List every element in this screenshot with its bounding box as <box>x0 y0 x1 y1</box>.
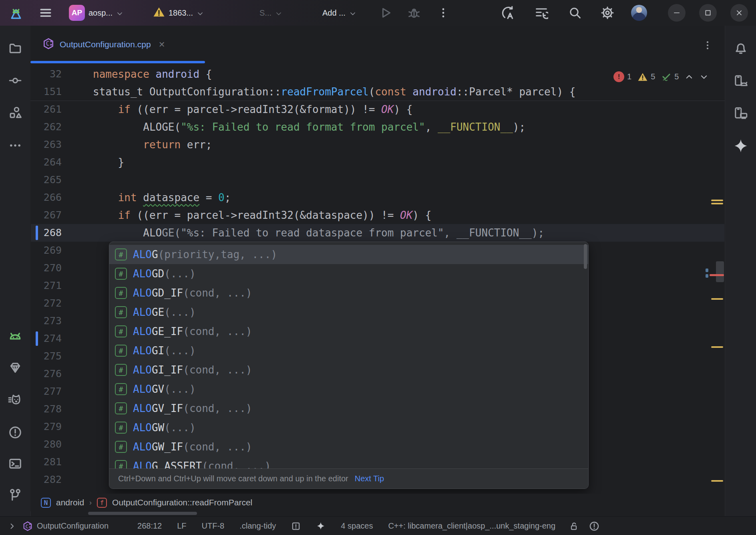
warning-count[interactable]: 5 <box>637 72 655 82</box>
structure-shapes-icon[interactable] <box>8 106 22 119</box>
window-minimize-button[interactable] <box>668 0 686 26</box>
completion-item[interactable]: #ALOGV_IF(cond, ...) <box>109 399 588 418</box>
completion-item[interactable]: #ALOGI(...) <box>109 341 588 360</box>
line-ending[interactable]: LF <box>177 521 186 531</box>
line-number[interactable]: 264 <box>30 153 62 171</box>
settings-gear-icon[interactable] <box>601 0 614 26</box>
search-everywhere-icon[interactable] <box>569 0 581 26</box>
vcs-warnings-widget[interactable]: 1863... <box>153 0 204 26</box>
project-widget[interactable]: AP aosp... <box>69 0 123 26</box>
code-line[interactable]: if ((err = parcel->readInt32(&dataspace)… <box>93 206 431 224</box>
completion-item[interactable]: #ALOG_ASSERT(cond, ...) <box>109 456 588 468</box>
completion-item[interactable]: #ALOGI_IF(cond, ...) <box>109 360 588 380</box>
completion-item[interactable]: #ALOGW_IF(cond, ...) <box>109 437 588 456</box>
line-number[interactable]: 275 <box>30 347 62 365</box>
running-devices-icon[interactable] <box>734 106 748 120</box>
tab-close-icon[interactable]: ✕ <box>159 40 165 49</box>
expand-chevron-icon[interactable] <box>8 522 16 530</box>
version-control-branch-icon[interactable] <box>8 488 22 502</box>
line-number[interactable]: 267 <box>30 206 62 224</box>
analyzer-status[interactable]: .clang-tidy <box>239 521 276 531</box>
completion-item[interactable]: #ALOGD(...) <box>109 264 588 283</box>
annotation-square-icon[interactable] <box>291 521 301 531</box>
completion-item[interactable]: #ALOGE(...) <box>109 303 588 322</box>
main-menu-icon[interactable] <box>39 0 52 26</box>
passed-count[interactable]: 5 <box>661 72 679 82</box>
gemini-sparkle-icon[interactable] <box>734 139 748 153</box>
device-manager-icon[interactable] <box>734 74 748 88</box>
stripe-warning-mark[interactable] <box>711 346 723 348</box>
project-folder-icon[interactable] <box>8 41 22 55</box>
code-line[interactable]: ALOGE("%s: Failed to read dataspace from… <box>93 224 544 242</box>
app-quality-insights-gem-icon[interactable] <box>8 361 22 374</box>
tab-outputconfiguration-cpp[interactable]: C OutputConfiguration.cpp ✕ <box>30 26 175 63</box>
code-editor[interactable]: 32namespace android {151status_t OutputC… <box>30 63 725 494</box>
line-number[interactable]: 276 <box>30 365 62 383</box>
code-line[interactable]: ALOGE("%s: Failed to read format from pa… <box>93 118 525 136</box>
completion-item[interactable]: #ALOGW(...) <box>109 418 588 437</box>
editor-options-kebab-icon[interactable] <box>702 40 713 50</box>
line-number[interactable]: 261 <box>30 101 62 118</box>
line-number[interactable]: 268 <box>30 224 62 242</box>
stripe-info-mark[interactable] <box>706 274 708 278</box>
stripe-info-mark[interactable] <box>706 269 708 272</box>
run-configuration-selector[interactable]: Add ... <box>322 0 356 26</box>
line-number[interactable]: 32 <box>30 65 62 83</box>
commit-icon[interactable] <box>8 74 22 87</box>
line-number[interactable]: 263 <box>30 136 62 153</box>
line-number[interactable]: 273 <box>30 312 62 330</box>
code-line[interactable]: status_t OutputConfiguration::readFromPa… <box>93 83 575 101</box>
line-number[interactable]: 279 <box>30 418 62 436</box>
line-number[interactable]: 270 <box>30 259 62 277</box>
next-problem-chevron-icon[interactable] <box>700 73 708 81</box>
line-number[interactable]: 277 <box>30 383 62 400</box>
horizontal-scrollbar-thumb[interactable] <box>88 512 197 515</box>
logcat-cat-icon[interactable] <box>8 393 22 407</box>
stripe-warning-mark[interactable] <box>711 200 723 201</box>
breadcrumb-function[interactable]: OutputConfiguration::readFromParcel <box>112 498 252 507</box>
indent-setting[interactable]: 4 spaces <box>341 521 373 531</box>
user-avatar[interactable] <box>631 0 647 26</box>
line-number[interactable]: 262 <box>30 118 62 136</box>
run-button[interactable] <box>380 0 392 26</box>
file-encoding[interactable]: UTF-8 <box>202 521 225 531</box>
status-file-name[interactable]: OutputConfiguration <box>37 521 109 531</box>
line-number[interactable]: 271 <box>30 277 62 295</box>
breadcrumb-namespace[interactable]: android <box>56 498 84 507</box>
refactor-code-icon[interactable] <box>501 0 515 26</box>
completion-item[interactable]: #ALOGV(...) <box>109 380 588 399</box>
lock-open-icon[interactable] <box>569 521 579 531</box>
line-number[interactable]: 274 <box>30 330 62 347</box>
code-line[interactable]: int dataspace = 0; <box>93 189 231 206</box>
more-tool-windows-icon[interactable] <box>8 139 22 152</box>
code-line[interactable]: } <box>93 153 124 171</box>
completion-item[interactable]: #ALOGE_IF(cond, ...) <box>109 322 588 341</box>
completion-item[interactable]: #ALOGD_IF(cond, ...) <box>109 283 588 303</box>
stripe-warning-mark[interactable] <box>711 480 723 482</box>
previous-problem-chevron-icon[interactable] <box>685 73 694 81</box>
line-number[interactable]: 281 <box>30 453 62 471</box>
window-maximize-button[interactable] <box>699 0 717 26</box>
code-line[interactable]: if ((err = parcel->readInt32(&format)) !… <box>93 101 412 118</box>
stripe-warning-mark[interactable] <box>711 298 723 300</box>
next-tip-link[interactable]: Next Tip <box>355 474 384 483</box>
line-number[interactable]: 272 <box>30 295 62 312</box>
toolchain-setting[interactable]: C++: libcamera_client|aosp_...unk_stagin… <box>388 521 555 531</box>
completion-item[interactable]: #ALOG(priority,tag, ...) <box>109 245 588 264</box>
code-line[interactable]: namespace android { <box>93 65 212 83</box>
line-number[interactable]: 280 <box>30 436 62 453</box>
notifications-bell-icon[interactable] <box>734 41 748 55</box>
line-number[interactable]: 269 <box>30 242 62 259</box>
debug-button[interactable] <box>408 0 420 26</box>
device-selector[interactable]: S... <box>259 0 282 26</box>
inspections-widget[interactable]: ! 1 5 5 <box>613 71 708 82</box>
line-number[interactable]: 265 <box>30 171 62 189</box>
problems-icon[interactable] <box>8 426 22 439</box>
caret-position[interactable]: 268:12 <box>137 521 162 531</box>
error-count[interactable]: ! 1 <box>613 71 631 82</box>
line-number[interactable]: 282 <box>30 471 62 489</box>
line-number[interactable]: 151 <box>30 83 62 101</box>
window-close-button[interactable] <box>730 0 748 26</box>
sparkle-icon[interactable] <box>316 521 326 531</box>
code-line[interactable]: return err; <box>93 136 212 153</box>
